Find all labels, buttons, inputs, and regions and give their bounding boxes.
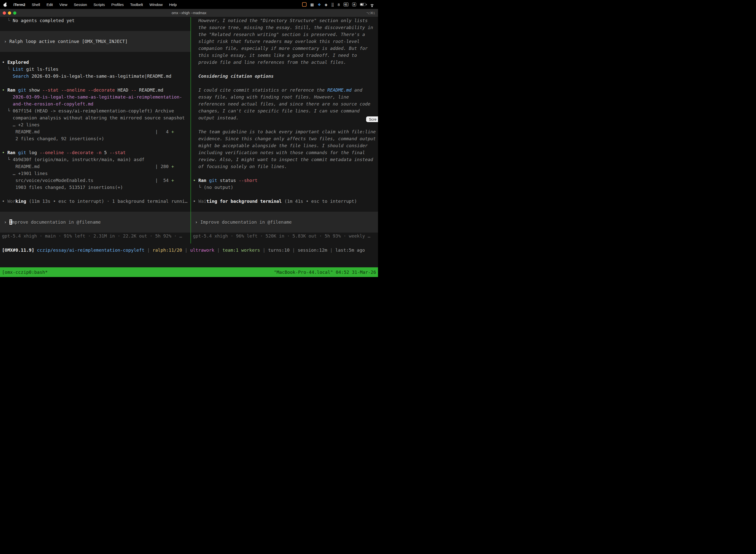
blue-app-icon[interactable]: ❖: [317, 3, 321, 6]
eight-app-icon[interactable]: 8: [337, 3, 339, 6]
text-segment: └ 067f154 (HEAD -> essay/ai-reimplementa…: [2, 108, 174, 113]
tmux-status-bar: [omx-cczip0:bash* "MacBook-Pro-44.local"…: [0, 267, 378, 277]
dots-grid-icon[interactable]: ⣿: [331, 3, 334, 6]
text-segment: ›: [195, 219, 200, 225]
screen-recording-indicator[interactable]: [302, 2, 307, 7]
battery-charging-icon[interactable]: ϟ: [360, 3, 366, 6]
minimize-button[interactable]: [8, 11, 11, 15]
text-segment: I could cite commit statistics or refere…: [198, 88, 327, 93]
inject-message-line: › Ralph loop active continue [OMX_TMUX_I…: [4, 38, 128, 45]
text-segment: └ 4b9d30f (origin/main, instructkr/main,…: [2, 157, 144, 162]
text-segment: └: [2, 66, 13, 72]
text-segment: •: [193, 199, 198, 204]
text-segment: +: [171, 164, 174, 169]
text-segment: Wai: [198, 199, 207, 204]
text-segment: •: [193, 178, 198, 183]
menu-item-edit[interactable]: Edit: [46, 2, 53, 7]
text-segment: └ (no output): [193, 185, 233, 190]
left-pane: └ No agents completed yet › Ralph loop a…: [0, 17, 190, 243]
menu-items: iTerm2 Shell Edit View Session Scripts P…: [3, 2, 177, 7]
spacer-line: [193, 66, 378, 73]
spacer-line: [193, 80, 378, 87]
spacer-line: [193, 205, 378, 212]
text-segment: •: [2, 88, 7, 93]
reasoning-heading: Considering citation options: [198, 73, 378, 80]
window-title-bar[interactable]: omx --xhigh --madmax ⌥⌘1: [0, 9, 378, 17]
text-segment: README.md | 280: [2, 164, 171, 169]
text-segment: git: [18, 150, 26, 155]
text-segment: Search: [2, 73, 29, 79]
spacer-line: [2, 142, 190, 149]
menu-item-iterm2[interactable]: iTerm2: [13, 2, 25, 7]
text-segment: ›: [4, 219, 9, 225]
menu-item-help[interactable]: Help: [169, 2, 177, 7]
text-segment: Wor: [7, 199, 16, 204]
working-status-line: • Working (11m 13s • esc to interrupt) ·…: [2, 198, 190, 205]
text-segment: git: [209, 178, 217, 183]
window-title: omx --xhigh --madmax: [0, 11, 378, 15]
text-segment: src/voice/voiceModeEnabled.ts | 54: [2, 178, 171, 183]
window-grid-icon[interactable]: ▦: [310, 3, 314, 6]
screen-share-tooltip[interactable]: Scre: [366, 116, 378, 122]
close-button[interactable]: [3, 11, 6, 15]
menu-item-window[interactable]: Window: [149, 2, 163, 7]
tmux-session-window[interactable]: [omx-cczip0:bash*: [2, 270, 48, 275]
omx-status-line: [OMX#0.11.9] cczip/essay/ai-reimplementa…: [0, 247, 378, 254]
text-segment: session:12m: [298, 247, 327, 253]
prompt-input-line-right[interactable]: › Improve documentation in @filename: [195, 219, 292, 226]
text-segment: •: [2, 199, 7, 204]
text-segment: gpt-5.4 xhigh · 96% left · 520K in · 5.8…: [193, 233, 370, 238]
window-shortcut-hint: ⌥⌘1: [366, 11, 378, 15]
text-segment: Explored: [7, 60, 29, 65]
text-segment: README.md | 4: [2, 129, 171, 134]
menu-status-icons: ▦ ❖ ◈ ⣿ 8 61 A ϟ: [302, 2, 375, 7]
prompt-input-box-right[interactable]: › Improve documentation in @filename: [191, 212, 378, 233]
reasoning-paragraph-1: However, I noticed the "Directory Struct…: [198, 17, 378, 66]
text-segment: --stat --oneline --decorate: [43, 88, 115, 93]
spacer-line: [2, 24, 190, 31]
menu-item-shell[interactable]: Shell: [32, 2, 40, 7]
text-segment: status: [217, 178, 239, 183]
text-segment: ting for background terminal: [206, 199, 281, 204]
text-segment: (11m 13s • esc to interrupt) · 1 backgro…: [26, 199, 188, 204]
prompt-input-box-left[interactable]: › Improve documentation in @filename: [0, 212, 190, 233]
menu-item-session[interactable]: Session: [74, 2, 87, 7]
prompt-input-line-left[interactable]: › Improve documentation in @filename: [4, 219, 101, 226]
zoom-button[interactable]: [13, 11, 16, 15]
reasoning-paragraph-2: I could cite commit statistics or refere…: [198, 87, 378, 121]
text-segment: 2026-03-09-is-legal-the-same-as-legitima…: [2, 94, 182, 100]
text-segment: --short: [239, 178, 257, 183]
menu-item-toolbelt[interactable]: Toolbelt: [130, 2, 143, 7]
text-segment: HEAD: [115, 88, 131, 93]
wifi-icon[interactable]: [370, 3, 375, 6]
ran-git-status-line: • Ran git status --short: [193, 177, 378, 184]
spacer-line: [193, 121, 378, 128]
desktop: iTerm2 Shell Edit View Session Scripts P…: [0, 0, 378, 277]
inject-message-box: › Ralph loop active continue [OMX_TMUX_I…: [0, 31, 190, 52]
git-show-output-line-1: └ 067f154 (HEAD -> essay/ai-reimplementa…: [2, 107, 190, 114]
text-segment: |: [290, 247, 298, 253]
spacer-line: [2, 191, 190, 198]
text-segment: +: [171, 178, 174, 183]
dark-app-icon[interactable]: ◈: [325, 3, 328, 6]
text-segment: ralph:11/20: [152, 247, 182, 253]
spacer-line: [2, 205, 190, 212]
text-segment: [OMX#0.11.9]: [2, 247, 37, 253]
text-segment: turns:10: [268, 247, 290, 253]
text-segment: Ran: [198, 178, 209, 183]
right-pane: However, I noticed the "Directory Struct…: [191, 17, 378, 243]
text-segment: --stat: [110, 150, 126, 155]
battery-percent-badge[interactable]: 61: [343, 2, 349, 6]
menu-item-scripts[interactable]: Scripts: [93, 2, 105, 7]
text-segment: No agents completed yet: [13, 18, 74, 23]
waiting-status-line: • Waiting for background terminal (1m 41…: [193, 198, 378, 205]
apple-menu-icon[interactable]: [3, 2, 7, 7]
text-segment: •: [2, 60, 7, 65]
macos-menu-bar: iTerm2 Shell Edit View Session Scripts P…: [0, 0, 378, 9]
git-log-output-line: └ 4b9d30f (origin/main, instructkr/main,…: [2, 156, 190, 163]
input-source-icon[interactable]: A: [352, 2, 356, 6]
text-segment: README.md: [136, 88, 163, 93]
menu-item-profiles[interactable]: Profiles: [111, 2, 124, 7]
git-log-stat-src: src/voice/voiceModeEnabled.ts | 54 +: [2, 177, 190, 184]
menu-item-view[interactable]: View: [59, 2, 67, 7]
